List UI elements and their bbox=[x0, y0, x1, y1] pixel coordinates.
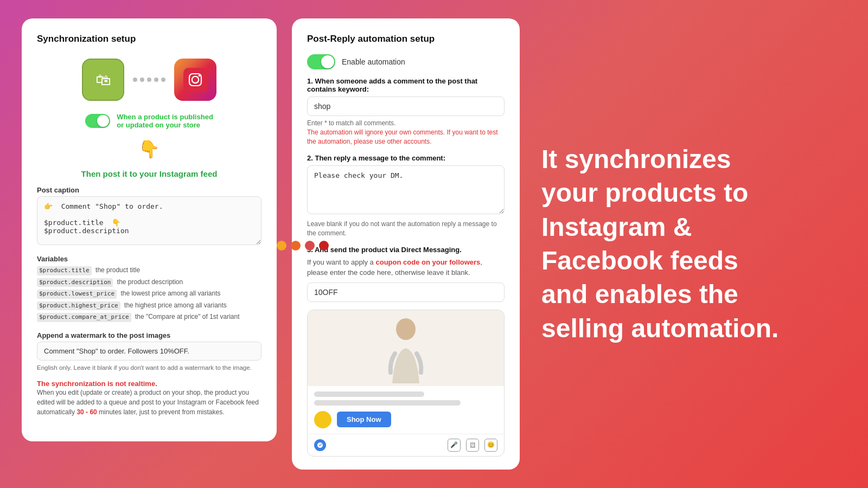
product-info: Shop Now bbox=[308, 386, 504, 434]
product-preview: Shop Now 🎤 🖼 😊 bbox=[307, 310, 505, 457]
post-caption-section: Post caption 👉 Comment "Shop" to order. … bbox=[37, 186, 261, 247]
var-row-1: $product.title the product title bbox=[37, 265, 261, 275]
sync-icons: 🛍 bbox=[37, 59, 261, 101]
shop-now-button[interactable]: Shop Now bbox=[337, 412, 391, 427]
step3-section: 3. And send the product via Direct Messa… bbox=[307, 246, 505, 302]
enable-toggle[interactable] bbox=[307, 54, 335, 69]
watermark-section: Append a watermark to the post images En… bbox=[37, 331, 261, 372]
right-card-title: Post-Reply automation setup bbox=[307, 34, 505, 44]
product-illustration bbox=[379, 313, 433, 383]
product-bottom-bar: 🎤 🖼 😊 bbox=[308, 434, 504, 456]
product-image-area bbox=[308, 310, 504, 386]
big-text: It synchronizes your products to Instagr… bbox=[541, 143, 778, 345]
product-line-2 bbox=[314, 400, 461, 406]
avatar bbox=[314, 411, 331, 428]
cards-area: Synchronization setup 🛍 bbox=[22, 18, 520, 469]
hint-wildcard: Enter * to match all comments. bbox=[307, 119, 505, 127]
coupon-link: coupon code on your followers bbox=[375, 258, 480, 266]
product-lines bbox=[314, 391, 497, 406]
coupon-input[interactable] bbox=[307, 282, 505, 302]
variables-section: Variables $product.title the product tit… bbox=[37, 255, 261, 324]
var-row-3: $product.lowest_price the lowest price a… bbox=[37, 288, 261, 299]
svg-text:🛍: 🛍 bbox=[95, 71, 111, 88]
svg-rect-2 bbox=[183, 68, 207, 92]
sticker-icon: 😊 bbox=[484, 439, 497, 452]
feed-text: Then post it to your Instagram feed bbox=[37, 169, 261, 178]
var-tag-5: $product.compare_at_price bbox=[37, 313, 131, 322]
product-actions: Shop Now bbox=[314, 411, 497, 428]
connector-dot-4 bbox=[319, 241, 329, 251]
step1-section: 1. When someone adds a comment to the po… bbox=[307, 77, 505, 146]
step1-label: 1. When someone adds a comment to the po… bbox=[307, 77, 505, 93]
instagram-icon bbox=[174, 59, 216, 101]
warning-title: The synchronization is not realtime. bbox=[37, 380, 261, 388]
warning-body: When you edit (update or create) a produ… bbox=[37, 388, 261, 417]
dots-connector bbox=[277, 241, 329, 251]
warning-section: The synchronization is not realtime. Whe… bbox=[37, 380, 261, 417]
var-tag-1: $product.title bbox=[37, 266, 92, 275]
step2-section: 2. Then reply a message to the comment: … bbox=[307, 154, 505, 238]
watermark-hint: English only. Leave it blank if you don'… bbox=[37, 363, 261, 372]
sync-dots bbox=[133, 78, 165, 82]
var-tag-2: $product.description bbox=[37, 278, 113, 287]
product-line-1 bbox=[314, 391, 424, 397]
watermark-label: Append a watermark to the post images bbox=[37, 331, 261, 339]
var-row-4: $product.highest_price the highest price… bbox=[37, 300, 261, 311]
hand-emoji: 👇 bbox=[37, 139, 261, 159]
coupon-text: If you want to apply a coupon code on yo… bbox=[307, 257, 505, 278]
connector-dot-2 bbox=[291, 241, 301, 251]
hint-red: The automation will ignore your own comm… bbox=[307, 128, 505, 146]
step3-label: 3. And send the product via Direct Messa… bbox=[307, 246, 505, 254]
enable-label: Enable automation bbox=[342, 57, 405, 66]
watermark-input[interactable] bbox=[37, 342, 261, 361]
messenger-icon bbox=[314, 439, 326, 451]
step2-label: 2. Then reply a message to the comment: bbox=[307, 154, 505, 162]
var-row-2: $product.description the product descrip… bbox=[37, 277, 261, 287]
reply-textarea[interactable]: Please check your DM. bbox=[307, 165, 505, 214]
sync-toggle[interactable] bbox=[85, 114, 110, 128]
bottom-icons-right: 🎤 🖼 😊 bbox=[448, 439, 497, 452]
var-tag-3: $product.lowest_price bbox=[37, 290, 117, 299]
svg-point-6 bbox=[396, 318, 416, 340]
image-icon: 🖼 bbox=[466, 439, 479, 452]
post-caption-label: Post caption bbox=[37, 186, 261, 194]
var-row-5: $product.compare_at_price the "Compare a… bbox=[37, 312, 261, 322]
variables-title: Variables bbox=[37, 255, 261, 263]
sync-toggle-row[interactable]: When a product is published or updated o… bbox=[37, 113, 261, 129]
main-container: Synchronization setup 🛍 bbox=[22, 18, 846, 469]
post-caption-input[interactable]: 👉 Comment "Shop" to order. $product.titl… bbox=[37, 196, 261, 245]
blank-hint: Leave blank if you do not want the autom… bbox=[307, 220, 505, 238]
left-card-title: Synchronization setup bbox=[37, 34, 261, 44]
sync-toggle-text: When a product is published or updated o… bbox=[117, 113, 213, 129]
connector-dot-1 bbox=[277, 241, 286, 251]
enable-automation-row[interactable]: Enable automation bbox=[307, 54, 505, 69]
shopify-icon: 🛍 bbox=[82, 59, 124, 101]
connector-dot-3 bbox=[305, 241, 315, 251]
right-text-area: It synchronizes your products to Instagr… bbox=[520, 132, 846, 356]
var-tag-4: $product.highest_price bbox=[37, 301, 120, 311]
svg-point-5 bbox=[199, 75, 201, 77]
left-card: Synchronization setup 🛍 bbox=[22, 18, 277, 441]
mic-icon: 🎤 bbox=[448, 439, 461, 452]
keyword-input[interactable] bbox=[307, 97, 505, 116]
